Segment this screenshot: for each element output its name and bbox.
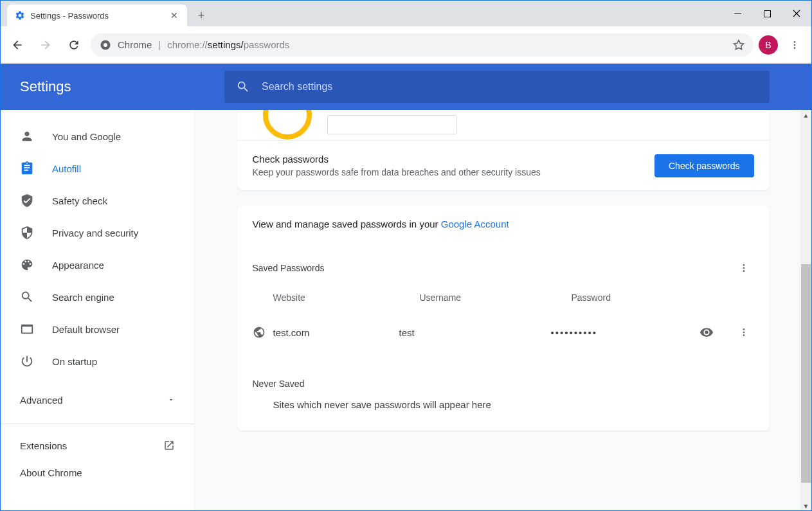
- sidebar-item-privacy[interactable]: Privacy and security: [1, 217, 194, 249]
- saved-passwords-card: View and manage saved passwords in your …: [237, 206, 770, 431]
- svg-point-5: [794, 44, 796, 46]
- search-icon: [20, 290, 34, 304]
- svg-point-11: [743, 332, 744, 334]
- sidebar-item-label: You and Google: [52, 131, 121, 142]
- chevron-down-icon: [167, 396, 175, 404]
- person-icon: [20, 129, 34, 143]
- svg-point-10: [743, 328, 744, 330]
- reload-button[interactable]: [62, 33, 86, 57]
- close-tab-button[interactable]: ✕: [169, 10, 179, 21]
- sidebar-item-label: Autofill: [52, 163, 81, 174]
- scroll-down-arrow[interactable]: ▼: [800, 501, 811, 511]
- svg-point-6: [794, 47, 796, 49]
- sidebar-item-appearance[interactable]: Appearance: [1, 249, 194, 281]
- google-account-link[interactable]: Google Account: [441, 219, 509, 229]
- site-name: test.com: [273, 327, 310, 338]
- profile-avatar[interactable]: B: [759, 35, 778, 55]
- browser-toolbar: Chrome | chrome://settings/passwords B: [1, 26, 811, 64]
- sidebar-item-label: Search engine: [52, 292, 114, 303]
- never-saved-body: Sites which never save passwords will ap…: [237, 399, 770, 431]
- forward-button[interactable]: [34, 33, 57, 57]
- shield-check-icon: [20, 193, 34, 208]
- scrollbar-thumb[interactable]: [801, 264, 811, 483]
- power-icon: [20, 354, 34, 368]
- sidebar-item-default-browser[interactable]: Default browser: [1, 313, 194, 345]
- bookmark-star-icon[interactable]: [733, 39, 744, 51]
- window-titlebar: Settings - Passwords ✕ +: [1, 1, 811, 26]
- svg-point-3: [104, 43, 107, 47]
- password-row-menu-button[interactable]: [734, 322, 754, 343]
- scrollbar[interactable]: ▲ ▼: [800, 110, 811, 511]
- shield-icon: [20, 226, 34, 240]
- external-link-icon: [163, 440, 175, 451]
- show-password-button[interactable]: [695, 321, 718, 344]
- settings-sidebar: You and Google Autofill Safety check Pri…: [1, 110, 195, 511]
- sidebar-item-label: Privacy and security: [52, 228, 138, 238]
- sidebar-about-chrome[interactable]: About Chrome: [1, 459, 194, 486]
- gear-icon: [15, 10, 25, 21]
- minimize-button[interactable]: [723, 1, 752, 26]
- svg-rect-0: [734, 13, 741, 14]
- close-window-button[interactable]: [782, 1, 811, 26]
- never-saved-heading: Never Saved: [237, 353, 770, 399]
- new-tab-button[interactable]: +: [192, 6, 210, 24]
- svg-rect-1: [764, 10, 770, 17]
- table-header: Website Username Password: [237, 281, 770, 312]
- sidebar-item-search-engine[interactable]: Search engine: [1, 281, 194, 313]
- col-website: Website: [273, 292, 420, 303]
- chrome-menu-button[interactable]: [783, 33, 806, 57]
- search-icon: [236, 80, 250, 94]
- chrome-logo-icon: [100, 39, 111, 51]
- username-value: test: [399, 327, 551, 338]
- sidebar-item-label: Default browser: [52, 324, 120, 335]
- check-subtitle: Keep your passwords safe from data breac…: [253, 167, 541, 177]
- password-masked: ••••••••••: [551, 327, 695, 338]
- saved-passwords-heading: Saved Passwords: [253, 263, 325, 273]
- settings-title: Settings: [20, 78, 224, 95]
- tab-title: Settings - Passwords: [30, 11, 164, 21]
- svg-point-4: [794, 41, 796, 43]
- back-button[interactable]: [6, 33, 29, 57]
- scroll-up-arrow[interactable]: ▲: [800, 110, 811, 121]
- sidebar-item-label: Safety check: [52, 195, 107, 206]
- clipboard-icon: [20, 161, 34, 175]
- svg-point-9: [743, 270, 744, 272]
- check-passwords-card: Check passwords Keep your passwords safe…: [237, 110, 770, 190]
- sidebar-item-label: On startup: [52, 356, 97, 367]
- col-username: Username: [420, 292, 572, 303]
- browser-icon: [20, 322, 34, 336]
- settings-search[interactable]: [224, 71, 770, 103]
- check-title: Check passwords: [253, 154, 541, 165]
- window-controls: [723, 1, 811, 26]
- palette-icon: [20, 258, 34, 272]
- sidebar-item-on-startup[interactable]: On startup: [1, 345, 194, 377]
- maximize-button[interactable]: [752, 1, 782, 26]
- address-bar[interactable]: Chrome | chrome://settings/passwords: [91, 33, 753, 57]
- google-account-link-section: View and manage saved passwords in your …: [237, 206, 770, 250]
- globe-icon: [253, 326, 266, 339]
- sidebar-advanced-toggle[interactable]: Advanced: [1, 384, 194, 416]
- svg-point-7: [743, 264, 744, 266]
- sidebar-item-safety-check[interactable]: Safety check: [1, 184, 194, 217]
- settings-search-input[interactable]: [262, 81, 758, 93]
- svg-point-8: [743, 267, 744, 269]
- svg-point-12: [743, 334, 744, 336]
- check-passwords-button[interactable]: Check passwords: [654, 154, 754, 177]
- sidebar-item-autofill[interactable]: Autofill: [1, 152, 194, 184]
- saved-passwords-menu-button[interactable]: [734, 258, 754, 278]
- divider: [1, 424, 194, 424]
- illustration: [237, 110, 770, 141]
- sidebar-item-label: Appearance: [52, 260, 104, 271]
- url-scheme: Chrome: [118, 39, 152, 50]
- settings-header: Settings: [1, 64, 811, 110]
- browser-tab[interactable]: Settings - Passwords ✕: [7, 4, 187, 26]
- sidebar-extensions[interactable]: Extensions: [1, 432, 194, 459]
- password-row[interactable]: test.com test ••••••••••: [237, 312, 770, 353]
- main-content: Check passwords Keep your passwords safe…: [195, 110, 811, 511]
- sidebar-item-you-and-google[interactable]: You and Google: [1, 120, 194, 152]
- col-password: Password: [572, 292, 754, 303]
